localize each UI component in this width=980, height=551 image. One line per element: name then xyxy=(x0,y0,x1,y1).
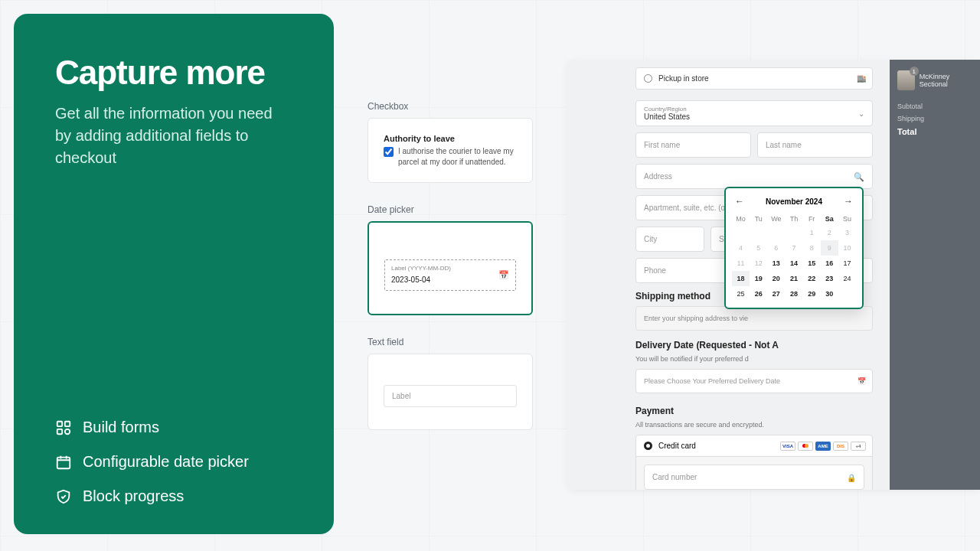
calendar-day[interactable]: 29 xyxy=(803,286,821,302)
cart-sidebar: 1 McKinney Sectional Subtotal Shipping T… xyxy=(890,60,980,490)
visa-icon: VISA xyxy=(780,442,795,451)
calendar-day[interactable]: 10 xyxy=(838,240,856,256)
more-cards: +4 xyxy=(851,442,866,451)
calendar-dow: Mo xyxy=(732,213,750,225)
calendar-day[interactable]: 20 xyxy=(767,271,785,286)
calendar-day[interactable]: 4 xyxy=(732,240,750,256)
discover-icon: DIS xyxy=(833,442,848,451)
credit-card-option[interactable]: Credit card VISA AME DIS +4 xyxy=(635,435,873,457)
authority-to-leave-title: Authority to leave xyxy=(384,134,517,143)
feature-date-picker: Configurable date picker xyxy=(55,453,292,471)
promo-subtitle: Get all the information you need by addi… xyxy=(55,103,292,169)
next-month-button[interactable]: → xyxy=(844,196,853,207)
calendar-day[interactable]: 2 xyxy=(821,225,838,240)
promo-title: Capture more xyxy=(55,54,292,92)
last-name-field[interactable]: Last name xyxy=(757,132,873,158)
calendar-day[interactable]: 25 xyxy=(732,286,750,302)
calendar-day[interactable]: 28 xyxy=(785,286,802,302)
calendar-icon xyxy=(55,454,72,471)
calendar-day[interactable]: 6 xyxy=(767,240,785,256)
calendar-dow: Tu xyxy=(750,213,767,225)
date-field[interactable]: Label (YYYY-MM-DD) 2023-05-04 📅 xyxy=(384,259,516,291)
calendar-day xyxy=(767,225,785,240)
calendar-day[interactable]: 9 xyxy=(821,240,838,256)
calendar-day[interactable]: 7 xyxy=(785,240,802,256)
address-field[interactable]: Address 🔍 xyxy=(635,164,873,189)
radio-icon xyxy=(644,74,652,83)
city-field[interactable]: City xyxy=(635,227,704,252)
search-icon: 🔍 xyxy=(854,171,864,181)
calendar-day[interactable]: 17 xyxy=(838,256,856,271)
calendar-day[interactable]: 24 xyxy=(838,271,856,286)
calendar-icon[interactable]: 📅 xyxy=(498,270,509,280)
country-label: Country/Region xyxy=(644,106,864,112)
feature-label: Build forms xyxy=(83,419,159,436)
calendar-day[interactable]: 26 xyxy=(750,286,767,302)
calendar-title: November 2024 xyxy=(766,197,822,206)
lock-icon: 🔒 xyxy=(847,473,856,481)
prev-month-button[interactable]: ← xyxy=(735,196,744,207)
first-name-field[interactable]: First name xyxy=(635,132,751,158)
calendar-grid: MoTuWeThFrSaSu12345678910111213141516171… xyxy=(732,213,856,302)
text-field[interactable]: Label xyxy=(384,385,517,407)
calendar-day[interactable]: 12 xyxy=(750,256,767,271)
delivery-placeholder: Please Choose Your Preferred Delivery Da… xyxy=(644,377,780,385)
promo-card: Capture more Get all the information you… xyxy=(14,14,334,534)
svg-rect-2 xyxy=(57,429,62,433)
cart-item-name: McKinney Sectional xyxy=(920,73,972,88)
calendar-day[interactable]: 11 xyxy=(732,256,750,271)
calendar-day[interactable]: 3 xyxy=(838,225,856,240)
calendar-day[interactable]: 23 xyxy=(821,271,838,286)
calendar-popover: ← November 2024 → MoTuWeThFrSaSu12345678… xyxy=(724,187,864,309)
pickup-option[interactable]: Pickup in store 🏬 xyxy=(635,67,873,90)
calendar-day[interactable]: 5 xyxy=(750,240,767,256)
svg-rect-1 xyxy=(65,421,70,425)
card-number-field[interactable]: Card number 🔒 xyxy=(644,465,864,490)
svg-rect-0 xyxy=(57,421,62,425)
payment-heading: Payment xyxy=(635,406,873,416)
calendar-day[interactable]: 27 xyxy=(767,286,785,302)
calendar-day xyxy=(785,225,802,240)
feature-list: Build forms Configurable date picker Blo… xyxy=(55,419,292,505)
shipping-note: Enter your shipping address to vie xyxy=(635,306,873,331)
text-demo-label: Text field xyxy=(368,337,533,347)
calendar-icon: 📅 xyxy=(858,377,866,385)
card-number-placeholder: Card number xyxy=(652,473,697,481)
demo-column: Checkbox Authority to leave I authorise … xyxy=(368,101,533,452)
calendar-day[interactable]: 8 xyxy=(803,240,821,256)
radio-selected-icon xyxy=(644,442,652,450)
delivery-subtext: You will be notified if your preferred d xyxy=(635,355,873,363)
shield-icon xyxy=(55,488,72,505)
calendar-day[interactable]: 30 xyxy=(821,286,838,302)
calendar-day[interactable]: 14 xyxy=(785,256,802,271)
calendar-dow: We xyxy=(767,213,785,225)
calendar-day[interactable]: 19 xyxy=(750,271,767,286)
chevron-down-icon: ⌄ xyxy=(858,109,864,118)
country-select[interactable]: Country/Region United States ⌄ xyxy=(635,100,873,126)
svg-rect-4 xyxy=(57,457,70,468)
date-field-label: Label (YYYY-MM-DD) xyxy=(391,265,451,272)
credit-card-label: Credit card xyxy=(658,442,696,450)
calendar-day[interactable]: 16 xyxy=(821,256,838,271)
payment-body: Card number 🔒 Expiration date (MM / YY) … xyxy=(635,457,873,490)
mastercard-icon xyxy=(798,442,813,451)
calendar-day[interactable]: 22 xyxy=(803,271,821,286)
calendar-day xyxy=(750,225,767,240)
calendar-day[interactable]: 18 xyxy=(732,271,750,286)
address-placeholder: Address xyxy=(644,172,672,181)
calendar-day[interactable]: 15 xyxy=(803,256,821,271)
amex-icon: AME xyxy=(815,442,831,451)
delivery-date-field[interactable]: Please Choose Your Preferred Delivery Da… xyxy=(635,369,873,393)
authority-checkbox[interactable] xyxy=(384,147,394,157)
calendar-day[interactable]: 1 xyxy=(803,225,821,240)
calendar-dow: Su xyxy=(838,213,856,225)
shipping-row: Shipping xyxy=(897,115,972,122)
grid-icon xyxy=(55,419,72,436)
calendar-dow: Th xyxy=(785,213,802,225)
svg-point-3 xyxy=(65,429,70,433)
cart-item: 1 McKinney Sectional xyxy=(897,70,972,90)
pickup-label: Pickup in store xyxy=(658,74,709,83)
calendar-day[interactable]: 13 xyxy=(767,256,785,271)
calendar-day[interactable]: 21 xyxy=(785,271,802,286)
subtotal-row: Subtotal xyxy=(897,103,972,110)
